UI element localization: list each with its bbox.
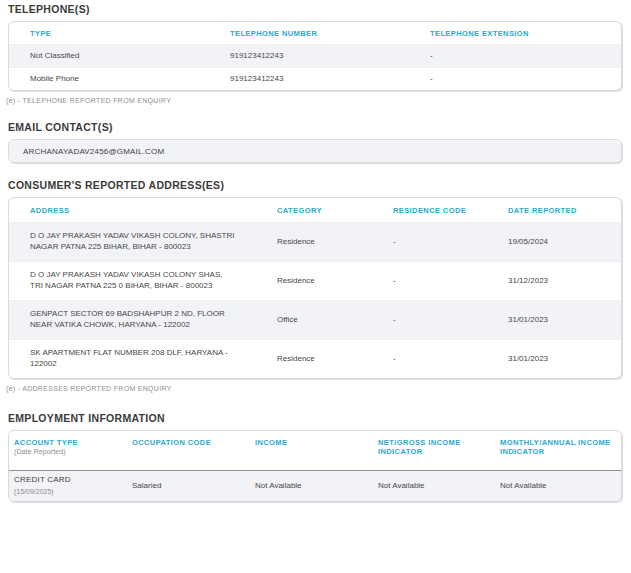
email-card: ARCHANAYADAV2456@GMAIL.COM bbox=[8, 139, 622, 163]
email-address: ARCHANAYADAV2456@GMAIL.COM bbox=[9, 140, 621, 162]
addresses-table: ADDRESS CATEGORY RESIDENCE CODE DATE REP… bbox=[9, 198, 621, 378]
address-text: GENPACT SECTOR 69 BADSHAHPUR 2 ND, FLOOR… bbox=[9, 301, 277, 340]
employment-section-title: EMPLOYMENT INFORMATION bbox=[8, 412, 622, 425]
employment-account-type-cell: CREDIT CARD (15/09/2025) bbox=[9, 471, 132, 502]
address-category: Residence bbox=[277, 262, 393, 301]
table-row: D O JAY PRAKASH YADAV VIKASH COLONY SHAS… bbox=[9, 262, 621, 301]
telephones-footnote: (e) - TELEPHONE REPORTED FROM ENQUIRY bbox=[6, 96, 622, 105]
telephones-col-extension: TELEPHONE EXTENSION bbox=[430, 22, 621, 45]
employment-col-monthly-annual: MONTHLY/ANNUAL INCOME INDICATOR bbox=[500, 431, 621, 471]
employment-col-net-gross: NET/GROSS INCOME INDICATOR bbox=[378, 431, 500, 471]
addresses-col-category: CATEGORY bbox=[277, 198, 393, 223]
address-category: Residence bbox=[277, 223, 393, 262]
phone-type: Not Classified bbox=[9, 45, 230, 68]
phone-number: 919123412243 bbox=[230, 45, 430, 68]
addresses-table-card: ADDRESS CATEGORY RESIDENCE CODE DATE REP… bbox=[8, 197, 622, 379]
employment-table: ACCOUNT TYPE (Date Reported) OCCUPATION … bbox=[9, 431, 621, 501]
address-date-reported: 19/05/2024 bbox=[508, 223, 621, 262]
telephones-col-type: TYPE bbox=[9, 22, 230, 45]
addresses-col-address: ADDRESS bbox=[9, 198, 277, 223]
telephones-table-card: TYPE TELEPHONE NUMBER TELEPHONE EXTENSIO… bbox=[8, 21, 622, 91]
phone-type: Mobile Phone bbox=[9, 68, 230, 91]
telephones-col-number: TELEPHONE NUMBER bbox=[230, 22, 430, 45]
addresses-section-title: CONSUMER'S REPORTED ADDRESS(ES) bbox=[8, 179, 622, 192]
phone-extension: - bbox=[430, 68, 621, 91]
telephones-section-title: TELEPHONE(S) bbox=[8, 3, 622, 16]
employment-occupation-code: Salaried bbox=[132, 471, 255, 502]
address-date-reported: 31/01/2023 bbox=[508, 301, 621, 340]
employment-income: Not Available bbox=[255, 471, 378, 502]
addresses-header-row: ADDRESS CATEGORY RESIDENCE CODE DATE REP… bbox=[9, 198, 621, 223]
email-section-title: EMAIL CONTACT(S) bbox=[8, 121, 622, 134]
employment-monthly-annual-indicator: Not Available bbox=[500, 471, 621, 502]
employment-header-row: ACCOUNT TYPE (Date Reported) OCCUPATION … bbox=[9, 431, 621, 471]
employment-col-income: INCOME bbox=[255, 431, 378, 471]
phone-number: 919123412243 bbox=[230, 68, 430, 91]
address-date-reported: 31/01/2023 bbox=[508, 340, 621, 379]
address-text: D O JAY PRAKASH YADAV VIKASH COLONY SHAS… bbox=[9, 262, 277, 301]
address-category: Office bbox=[277, 301, 393, 340]
table-row: Mobile Phone 919123412243 - bbox=[9, 68, 621, 91]
report-page: TELEPHONE(S) TYPE TELEPHONE NUMBER TELEP… bbox=[0, 0, 631, 502]
telephones-table: TYPE TELEPHONE NUMBER TELEPHONE EXTENSIO… bbox=[9, 22, 621, 90]
table-row: Not Classified 919123412243 - bbox=[9, 45, 621, 68]
employment-col-account-type-sub: (Date Reported) bbox=[14, 448, 124, 455]
address-text: SK APARTMENT FLAT NUMBER 208 DLF, HARYAN… bbox=[9, 340, 277, 379]
addresses-footnote: (e) - ADDRESSES REPORTED FROM ENQUIRY bbox=[6, 384, 622, 393]
employment-col-account-type: ACCOUNT TYPE (Date Reported) bbox=[9, 431, 132, 471]
address-residence-code: - bbox=[393, 340, 508, 379]
table-row: SK APARTMENT FLAT NUMBER 208 DLF, HARYAN… bbox=[9, 340, 621, 379]
address-residence-code: - bbox=[393, 223, 508, 262]
table-row: CREDIT CARD (15/09/2025) Salaried Not Av… bbox=[9, 471, 621, 502]
telephones-header-row: TYPE TELEPHONE NUMBER TELEPHONE EXTENSIO… bbox=[9, 22, 621, 45]
address-residence-code: - bbox=[393, 262, 508, 301]
table-row: GENPACT SECTOR 69 BADSHAHPUR 2 ND, FLOOR… bbox=[9, 301, 621, 340]
employment-account-type: CREDIT CARD bbox=[14, 475, 124, 486]
employment-col-account-type-label: ACCOUNT TYPE bbox=[14, 438, 78, 447]
table-row: D O JAY PRAKASH YADAV VIKASH COLONY, SHA… bbox=[9, 223, 621, 262]
address-date-reported: 31/12/2023 bbox=[508, 262, 621, 301]
addresses-col-date-reported: DATE REPORTED bbox=[508, 198, 621, 223]
employment-col-occupation-code: OCCUPATION CODE bbox=[132, 431, 255, 471]
address-category: Residence bbox=[277, 340, 393, 379]
employment-net-gross-indicator: Not Available bbox=[378, 471, 500, 502]
addresses-col-residence-code: RESIDENCE CODE bbox=[393, 198, 508, 223]
employment-date-reported: (15/09/2025) bbox=[14, 487, 124, 496]
employment-table-card: ACCOUNT TYPE (Date Reported) OCCUPATION … bbox=[8, 430, 622, 502]
address-residence-code: - bbox=[393, 301, 508, 340]
phone-extension: - bbox=[430, 45, 621, 68]
address-text: D O JAY PRAKASH YADAV VIKASH COLONY, SHA… bbox=[9, 223, 277, 262]
